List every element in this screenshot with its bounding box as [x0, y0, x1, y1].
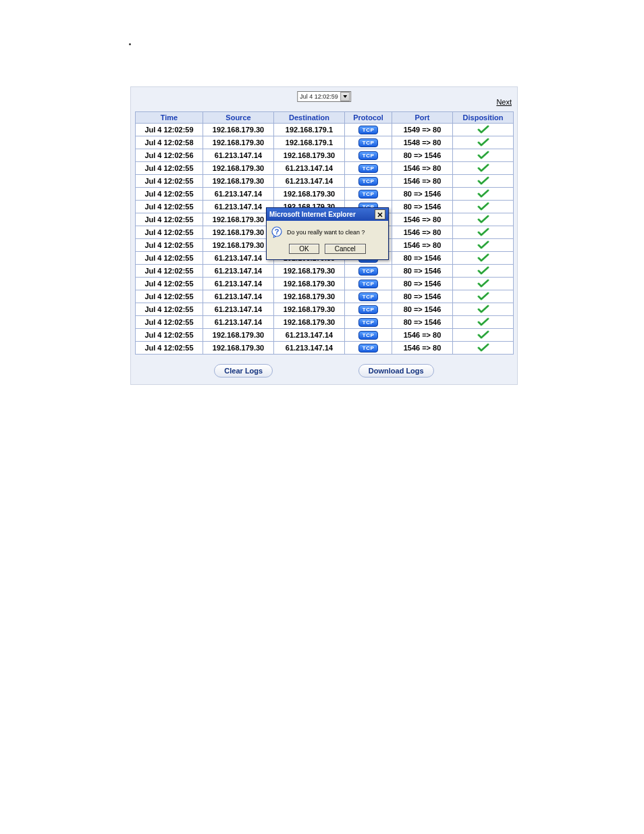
time-filter-select[interactable]: Jul 4 12:02:59 [297, 91, 351, 102]
cell-disposition [453, 278, 514, 290]
dialog-close-button[interactable] [375, 209, 385, 219]
allowed-check-icon [456, 305, 510, 314]
allowed-check-icon [456, 202, 510, 211]
cell-disposition [453, 226, 514, 239]
cell-disposition [453, 303, 514, 316]
allowed-check-icon [456, 151, 510, 160]
cell-time: Jul 4 12:02:55 [136, 239, 203, 252]
download-logs-button[interactable]: Download Logs [358, 364, 434, 377]
cell-source: 192.168.179.30 [203, 342, 274, 355]
tcp-badge-icon: TCP [358, 331, 379, 340]
clear-logs-button[interactable]: Clear Logs [214, 364, 273, 377]
cell-source: 192.168.179.30 [203, 124, 274, 136]
cell-disposition [453, 252, 514, 265]
cell-disposition [453, 149, 514, 162]
allowed-check-icon [456, 125, 510, 134]
table-row: Jul 4 12:02:55192.168.179.3061.213.147.1… [136, 175, 514, 188]
dialog-cancel-button[interactable]: Cancel [325, 244, 366, 254]
cell-port: 1546 => 80 [392, 162, 453, 175]
cell-disposition [453, 136, 514, 149]
cell-source: 192.168.179.30 [203, 162, 274, 175]
dropdown-arrow-icon [340, 92, 350, 101]
cell-protocol: TCP [345, 136, 392, 149]
table-header-row: Time Source Destination Protocol Port Di… [136, 112, 514, 124]
table-row: Jul 4 12:02:5561.213.147.14192.168.179.3… [136, 265, 514, 278]
dialog-message: Do you really want to clean ? [287, 229, 365, 236]
svg-text:?: ? [275, 228, 279, 236]
cell-destination: 192.168.179.30 [274, 188, 345, 201]
cell-time: Jul 4 12:02:59 [136, 124, 203, 136]
cell-time: Jul 4 12:02:55 [136, 175, 203, 188]
cell-protocol: TCP [345, 316, 392, 329]
cell-destination: 192.168.179.30 [274, 278, 345, 290]
cell-port: 1546 => 80 [392, 175, 453, 188]
allowed-check-icon [456, 343, 510, 353]
tcp-badge-icon: TCP [358, 305, 379, 314]
cell-disposition [453, 213, 514, 226]
dialog-ok-button[interactable]: OK [289, 244, 319, 254]
col-source: Source [203, 112, 274, 124]
action-buttons: Clear Logs Download Logs [131, 360, 517, 384]
cell-protocol: TCP [345, 175, 392, 188]
col-port: Port [392, 112, 453, 124]
table-row: Jul 4 12:02:5661.213.147.14192.168.179.3… [136, 149, 514, 162]
table-row: Jul 4 12:02:55192.168.179.3061.213.147.1… [136, 329, 514, 342]
cell-time: Jul 4 12:02:55 [136, 226, 203, 239]
cell-port: 80 => 1546 [392, 265, 453, 278]
cell-port: 1546 => 80 [392, 213, 453, 226]
cell-disposition [453, 342, 514, 355]
cell-source: 61.213.147.14 [203, 278, 274, 290]
cell-protocol: TCP [345, 342, 392, 355]
allowed-check-icon [456, 240, 510, 250]
tcp-badge-icon: TCP [358, 138, 379, 147]
cell-disposition [453, 162, 514, 175]
cell-destination: 192.168.179.30 [274, 265, 345, 278]
cell-source: 192.168.179.30 [203, 329, 274, 342]
cell-time: Jul 4 12:02:55 [136, 290, 203, 303]
cell-port: 80 => 1546 [392, 201, 453, 213]
cell-destination: 61.213.147.14 [274, 342, 345, 355]
col-destination: Destination [274, 112, 345, 124]
cell-time: Jul 4 12:02:56 [136, 149, 203, 162]
allowed-check-icon [456, 317, 510, 327]
cell-disposition [453, 316, 514, 329]
panel-topbar: Jul 4 12:02:59 Next [131, 87, 517, 109]
dialog-titlebar[interactable]: Microsoft Internet Explorer [267, 208, 388, 221]
cell-port: 80 => 1546 [392, 303, 453, 316]
tcp-badge-icon: TCP [358, 177, 379, 186]
next-link[interactable]: Next [496, 98, 512, 106]
cell-destination: 61.213.147.14 [274, 329, 345, 342]
cell-destination: 192.168.179.30 [274, 290, 345, 303]
cell-protocol: TCP [345, 162, 392, 175]
table-row: Jul 4 12:02:5561.213.147.14192.168.179.3… [136, 303, 514, 316]
cell-source: 61.213.147.14 [203, 265, 274, 278]
cell-source: 61.213.147.14 [203, 149, 274, 162]
cell-time: Jul 4 12:02:55 [136, 162, 203, 175]
tcp-badge-icon: TCP [358, 190, 379, 199]
allowed-check-icon [456, 266, 510, 276]
allowed-check-icon [456, 163, 510, 173]
allowed-check-icon [456, 279, 510, 288]
cell-time: Jul 4 12:02:55 [136, 213, 203, 226]
allowed-check-icon [456, 215, 510, 224]
cell-disposition [453, 188, 514, 201]
tcp-badge-icon: TCP [358, 344, 379, 353]
cell-time: Jul 4 12:02:55 [136, 316, 203, 329]
cell-protocol: TCP [345, 290, 392, 303]
cell-source: 61.213.147.14 [203, 290, 274, 303]
cell-source: 61.213.147.14 [203, 252, 274, 265]
cell-disposition [453, 175, 514, 188]
cell-disposition [453, 124, 514, 136]
cell-port: 80 => 1546 [392, 316, 453, 329]
cell-source: 192.168.179.30 [203, 213, 274, 226]
cell-port: 80 => 1546 [392, 252, 453, 265]
cell-protocol: TCP [345, 303, 392, 316]
cell-destination: 192.168.179.30 [274, 303, 345, 316]
cell-port: 1546 => 80 [392, 342, 453, 355]
cell-disposition [453, 239, 514, 252]
cell-source: 192.168.179.30 [203, 226, 274, 239]
cell-port: 80 => 1546 [392, 188, 453, 201]
decorative-dot [129, 43, 131, 45]
cell-port: 80 => 1546 [392, 149, 453, 162]
cell-disposition [453, 329, 514, 342]
